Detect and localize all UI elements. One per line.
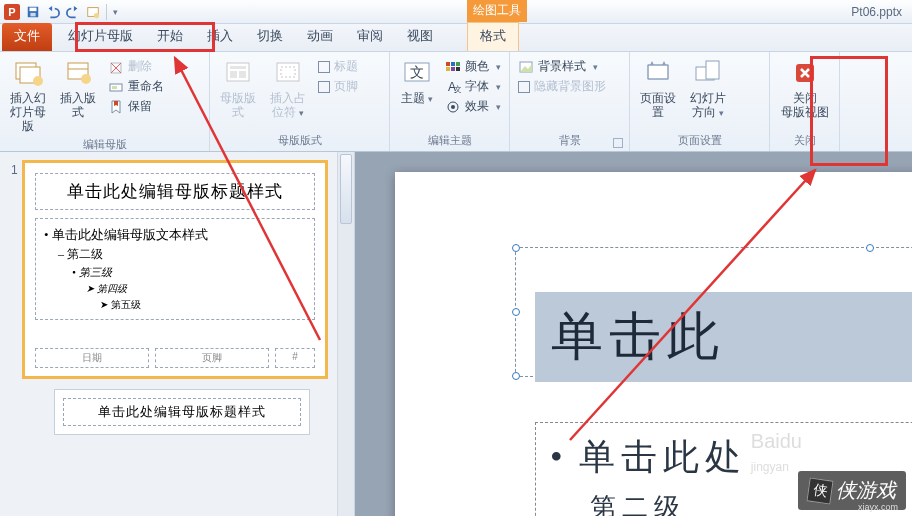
tab-view[interactable]: 视图: [395, 23, 445, 51]
group-label-background: 背景: [514, 131, 625, 151]
themes-button[interactable]: 文 主题: [394, 55, 439, 131]
group-label-page-setup: 页面设置: [634, 131, 765, 151]
page-setup-icon: [642, 57, 674, 89]
footer-placeholders: 日期 页脚 #: [35, 348, 315, 368]
background-styles-button[interactable]: 背景样式: [514, 57, 610, 76]
group-edit-theme: 文 主题 颜色 A文字体 效果 编辑主题: [390, 52, 510, 151]
svg-rect-2: [30, 12, 35, 16]
footer-placeholder: 页脚: [155, 348, 269, 368]
quick-access-toolbar: P ▾: [0, 0, 912, 24]
tab-format[interactable]: 格式: [467, 22, 519, 51]
site-watermark: 侠 侠游戏 xiayx.com: [798, 471, 906, 510]
orientation-icon: [692, 57, 724, 89]
checkbox-icon: [318, 61, 330, 73]
effects-button[interactable]: 效果: [441, 97, 505, 116]
thumbnail-scrollbar[interactable]: [337, 152, 354, 516]
insert-placeholder-button: 插入占位符: [264, 55, 312, 131]
tab-file[interactable]: 文件: [2, 23, 52, 51]
group-background: 背景样式 隐藏背景图形 背景: [510, 52, 630, 151]
redo-icon[interactable]: [66, 5, 80, 19]
layout-title-placeholder: 单击此处编辑母版标题样式: [63, 398, 301, 426]
svg-rect-26: [456, 62, 460, 66]
group-edit-master: 插入幻灯片母版 插入版式 删除 重命名 保留 编辑母版: [0, 52, 210, 151]
fonts-icon: A文: [445, 79, 461, 95]
canvas-title-placeholder[interactable]: 单击此: [535, 292, 912, 382]
insert-slide-master-button[interactable]: 插入幻灯片母版: [4, 55, 52, 135]
svg-rect-25: [451, 62, 455, 66]
svg-rect-17: [230, 66, 246, 69]
svg-rect-35: [648, 65, 668, 79]
qat-customize-icon[interactable]: ▾: [113, 7, 118, 17]
slidenum-placeholder: #: [275, 348, 315, 368]
ribbon: 插入幻灯片母版 插入版式 删除 重命名 保留 编辑母版 母版版式 插入占位符: [0, 52, 912, 152]
title-placeholder: 单击此处编辑母版标题样式: [35, 173, 315, 210]
contextual-title: 绘图工具: [467, 0, 527, 22]
thumbnail-pane[interactable]: 1 单击此处编辑母版标题样式 单击此处编辑母版文本样式 第二级 第三级 第四级 …: [0, 152, 355, 516]
slide-canvas[interactable]: 单击此 单击此处 第二级: [395, 172, 912, 516]
tab-insert[interactable]: 插入: [195, 23, 245, 51]
watermark-url: xiayx.com: [858, 502, 898, 512]
body-level-1: 单击此处编辑母版文本样式: [44, 225, 306, 245]
dialog-launcher-icon[interactable]: [613, 138, 623, 148]
svg-rect-24: [446, 62, 450, 66]
insert-layout-button[interactable]: 插入版式: [54, 55, 102, 135]
scrollbar-handle[interactable]: [340, 154, 352, 224]
svg-rect-37: [706, 61, 719, 79]
undo-icon[interactable]: [46, 5, 60, 19]
group-label-master-layout: 母版版式: [214, 131, 385, 151]
rename-button[interactable]: 重命名: [104, 77, 168, 96]
master-layout-icon: [222, 57, 254, 89]
svg-rect-19: [239, 71, 246, 78]
document-filename: Pt06.pptx: [851, 5, 912, 19]
rename-icon: [108, 79, 124, 95]
svg-rect-28: [451, 67, 455, 71]
svg-text:文: 文: [410, 65, 424, 80]
save-icon[interactable]: [26, 5, 40, 19]
delete-button[interactable]: 删除: [104, 57, 168, 76]
svg-rect-27: [446, 67, 450, 71]
group-close: 关闭母版视图 关闭: [770, 52, 840, 151]
tab-animations[interactable]: 动画: [295, 23, 345, 51]
svg-point-4: [94, 12, 99, 17]
slide-edit-area[interactable]: 单击此 单击此处 第二级: [355, 152, 912, 516]
watermark-logo-icon: 侠: [806, 477, 833, 504]
svg-rect-1: [30, 7, 37, 11]
page-setup-button[interactable]: 页面设置: [634, 55, 682, 131]
tab-review[interactable]: 审阅: [345, 23, 395, 51]
group-page-setup: 页面设置 幻灯片方向 页面设置: [630, 52, 770, 151]
svg-rect-29: [456, 67, 460, 71]
checkbox-icon: [518, 81, 530, 93]
body-level-4: 第四级: [86, 281, 306, 297]
body-level-2: 第二级: [58, 245, 306, 264]
insert-layout-icon: [62, 57, 94, 89]
layout-thumbnail[interactable]: 单击此处编辑母版标题样式: [54, 389, 310, 435]
tab-slide-master[interactable]: 幻灯片母版: [56, 23, 145, 51]
contextual-tab-group: 绘图工具 格式: [467, 22, 519, 51]
group-label-edit-theme: 编辑主题: [394, 131, 505, 151]
slide-orientation-button[interactable]: 幻灯片方向: [684, 55, 732, 131]
fonts-button[interactable]: A文字体: [441, 77, 505, 96]
close-master-view-button[interactable]: 关闭母版视图: [775, 55, 835, 131]
colors-icon: [445, 59, 461, 75]
hide-background-checkbox: 隐藏背景图形: [514, 77, 610, 96]
effects-icon: [445, 99, 461, 115]
svg-text:文: 文: [454, 85, 461, 94]
delete-icon: [108, 59, 124, 75]
title-checkbox: 标题: [314, 57, 362, 76]
close-master-view-label: 关闭母版视图: [781, 91, 829, 119]
group-master-layout: 母版版式 插入占位符 标题 页脚 母版版式: [210, 52, 390, 151]
master-thumbnail[interactable]: 1 单击此处编辑母版标题样式 单击此处编辑母版文本样式 第二级 第三级 第四级 …: [22, 160, 328, 379]
colors-button[interactable]: 颜色: [441, 57, 505, 76]
body-level-5: 第五级: [100, 297, 306, 313]
insert-placeholder-icon: [272, 57, 304, 89]
preserve-icon: [108, 99, 124, 115]
new-slide-qat-icon[interactable]: [86, 5, 100, 19]
slide-number: 1: [11, 163, 18, 177]
close-icon: [789, 57, 821, 89]
tab-home[interactable]: 开始: [145, 23, 195, 51]
body-level-3: 第三级: [72, 264, 306, 281]
preserve-button[interactable]: 保留: [104, 97, 168, 116]
insert-layout-label: 插入版式: [56, 91, 100, 119]
tab-transitions[interactable]: 切换: [245, 23, 295, 51]
body-placeholder: 单击此处编辑母版文本样式 第二级 第三级 第四级 第五级: [35, 218, 315, 320]
